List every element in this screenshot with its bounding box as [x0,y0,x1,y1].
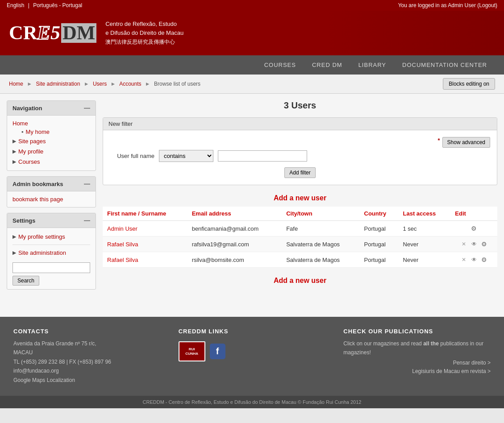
col-lastaccess-header: Last access [399,207,451,221]
nav-courses[interactable]: COURSES [256,55,304,75]
blocks-editing-btn[interactable]: Blocks editing on [443,78,495,90]
sidebar-siteadmin-item: ▶ Site administration [12,248,90,258]
col-city-sort[interactable]: City/town [286,210,312,217]
logo-cr: CR [9,23,37,43]
col-country-header: Country [360,207,399,221]
sidebar-nav-title: Navigation [12,105,42,112]
nav-creddm[interactable]: CRED DM [304,55,350,75]
col-email-sort[interactable]: Email address [192,210,231,217]
sidebar-bookmarks-collapse[interactable]: — [84,180,90,187]
nav-library[interactable]: LIBRARY [350,55,394,75]
breadcrumb-bar: Home ► Site administration ► Users ► Acc… [0,75,504,94]
footer-contacts-title: CONTACTS [13,328,161,335]
edit-gear-icon-3[interactable] [480,256,488,264]
users-table: First name / Surname Email address City/… [103,207,497,268]
logo-area: CR E 5 DM Centro de Reflexão, Estudo e D… [9,20,183,47]
footer-phone: TL (+853) 289 232 88 | FX (+853) 897 96 [13,357,161,366]
footer-pub-link2[interactable]: Legisiuris de Macau em revista > [343,368,491,374]
sidebar-sitepages-link[interactable]: Site pages [18,137,46,145]
sidebar-profilesettings-link[interactable]: My profile settings [18,232,65,241]
footer-email-link[interactable]: info@fundacao.org [13,368,59,374]
bc-sep4: ► [145,81,150,87]
main-content: Navigation — Home ▪ My home ▶ Site pages… [0,94,504,317]
settings-divider [12,245,90,245]
nav-docs[interactable]: DOCUMENTATION CENTER [394,55,495,75]
sidebar-search-input[interactable] [12,262,90,273]
user-name-link-3[interactable]: Rafael Silva [107,257,138,263]
user-name-link-2[interactable]: Rafael Silva [107,241,138,248]
lang-separator: | [28,2,29,8]
edit-gear-icon-2[interactable] [480,240,488,248]
bc-home[interactable]: Home [9,81,23,87]
col-firstname-sort[interactable]: First name [107,210,137,217]
sidebar-myprofile-link[interactable]: My profile [18,147,43,156]
table-row: Admin User benficamania@gmail.com Fafe P… [103,221,497,236]
filter-value-input[interactable] [218,150,307,162]
bc-current: Browse list of users [154,81,200,87]
bottom-footer: CREDDM - Centro de Reflexão, Estudo e Di… [0,396,504,408]
user-name-link-1[interactable]: Admin User [107,225,137,232]
sidebar-settings-collapse[interactable]: — [84,217,90,224]
filter-condition-select[interactable]: containsdoesn't containis equal tostarts… [159,150,213,162]
footer-logos: RUICUNHA f [179,341,326,361]
lang-english[interactable]: English [7,2,24,8]
edit-gear-icon-1[interactable] [470,224,478,232]
table-row: Rafael Silva rsilva@bomsite.com Salvater… [103,252,497,268]
col-surname-sort[interactable]: Surname [142,210,167,217]
sidebar-nav-collapse[interactable]: — [84,104,90,112]
sidebar-bookmarks-block: Admin bookmarks — bookmark this page [7,176,96,207]
bc-users[interactable]: Users [93,81,107,87]
sidebar-settings-block: Settings — ▶ My profile settings ▶ Site … [7,213,96,290]
col-lastaccess-sort[interactable]: Last access [403,210,436,217]
lang-switcher: English | Português - Portugal [7,2,82,8]
footer-address: Avenida da Praia Grande nº 75 r/c, [13,339,161,348]
sidebar-settings-body: ▶ My profile settings ▶ Site administrat… [7,228,96,289]
user-lastaccess-cell-2: Never [399,236,451,252]
footer-city: MACAU [13,348,161,357]
user-country-cell-1: Portugal [360,221,399,236]
footer-pub-desc: Click on our magazines and read all the … [343,339,491,357]
logo-e: E [37,23,50,43]
sidebar-search-btn[interactable]: Search [12,276,39,286]
user-country-cell-2: Portugal [360,236,399,252]
table-header-row: First name / Surname Email address City/… [103,207,497,221]
add-user-link-top[interactable]: Add a new user [274,194,326,202]
facebook-logo[interactable]: f [210,344,225,359]
sidebar-myprofile-item: ▶ My profile [12,146,90,157]
sidebar-courses-link[interactable]: Courses [18,158,40,166]
bottom-footer-text: CREDDM - Centro de Reflexão, Estudo e Di… [143,399,362,405]
lang-portuguese[interactable]: Português - Portugal [33,2,82,8]
sidebar-courses-item: ▶ Courses [12,157,90,167]
add-filter-btn[interactable]: Add filter [284,167,315,178]
sidebar-siteadmin-link[interactable]: Site administration [18,249,66,257]
filter-tab-label: New filter [108,120,133,127]
filter-box-tab: New filter [103,118,497,130]
add-user-link-bottom[interactable]: Add a new user [274,277,326,284]
bc-siteadmin[interactable]: Site administration [36,81,80,87]
sidebar-myhome-link[interactable]: My home [26,128,50,136]
footer-maps-p: Google Maps Localization [13,376,161,385]
header-bg-decoration [325,11,504,55]
footer-creddm-links: CREDDM LINKS RUICUNHA f [179,328,326,385]
bookmark-this-page-link[interactable]: bookmark this page [12,195,90,203]
edit-cross-icon-3[interactable] [460,256,468,264]
col-country-sort[interactable]: Country [364,210,387,217]
sidebar-home-link[interactable]: Home [12,119,90,128]
edit-eye-icon-3[interactable] [470,256,478,264]
bc-accounts[interactable]: Accounts [119,81,141,87]
footer-maps-link[interactable]: Google Maps Localization [13,377,75,383]
footer-pub-link1[interactable]: Pensar direito > [343,360,491,366]
edit-cross-icon-2[interactable] [460,240,468,248]
col-email-header: Email address [187,207,282,221]
filter-actions-top: * Show advanced [110,137,490,148]
logo-five: 5 [50,23,60,43]
edit-eye-icon-2[interactable] [470,240,478,248]
bc-sep3: ► [111,81,116,87]
footer-pub-title: CHECK OUR PUBLICATIONS [343,328,491,335]
user-edit-cell-3 [450,252,497,268]
user-edit-cell-2 [450,236,497,252]
table-body: Admin User benficamania@gmail.com Fafe P… [103,221,497,268]
show-advanced-btn[interactable]: Show advanced [442,137,490,148]
myhome-bullet: ▪ [21,129,24,135]
sitepages-arrow: ▶ [12,138,16,144]
